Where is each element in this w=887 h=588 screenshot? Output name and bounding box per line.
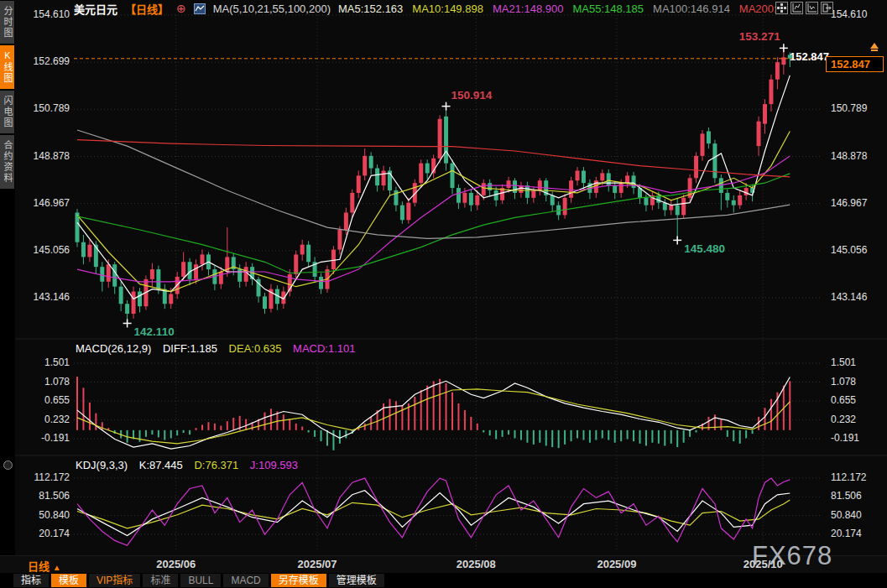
kdj-k-value: K:87.445 xyxy=(139,459,183,471)
ma-legend-value: MA200: xyxy=(739,3,777,15)
kdj-panel-header: KDJ(9,3,3) K:87.445 D:76.371 J:109.593 xyxy=(76,459,306,471)
add-indicator-icon[interactable]: ⊕ xyxy=(176,3,186,14)
macd-diff-line xyxy=(77,377,790,450)
toolbar-tab-MACD[interactable]: MACD xyxy=(223,574,268,587)
price-axis-tick-left: 152.699 xyxy=(20,55,70,67)
price-axis-tick-right: 148.878 xyxy=(831,150,867,162)
price-annotation: 142.110 xyxy=(134,325,175,338)
macd-axis-tick-right: 1.078 xyxy=(831,376,856,388)
price-axis-tick-left: 148.878 xyxy=(20,150,70,162)
price-axis-tick-right: 145.056 xyxy=(831,244,867,256)
chart-type-icon[interactable] xyxy=(194,3,206,14)
price-annotation: 145.480 xyxy=(684,242,725,255)
kdj-j-line xyxy=(77,478,790,545)
macd-axis-tick-left: 1.501 xyxy=(20,356,70,368)
kdj-axis-tick-right: 50.840 xyxy=(831,509,862,521)
axis-zoom-in-icon[interactable] xyxy=(790,2,803,14)
period-selector[interactable]: 【日线】 xyxy=(125,1,169,17)
kdj-header-label: KDJ(9,3,3) xyxy=(76,459,128,471)
toolbar-tab-VIP指标[interactable]: VIP指标 xyxy=(89,574,140,587)
macd-header-label: MACD(26,12,9) xyxy=(76,342,151,355)
price-axis-tick-right: 143.146 xyxy=(831,291,867,303)
ma-legend: MA5:152.163MA10:149.898MA21:148.900MA55:… xyxy=(338,3,777,15)
panel-settings-icon[interactable] xyxy=(3,461,13,470)
toolbar-tab-指标[interactable]: 指标 xyxy=(13,574,49,587)
macd-panel-header: MACD(26,12,9) DIFF:1.185 DEA:0.635 MACD:… xyxy=(76,342,364,355)
toolbar-tab-标准[interactable]: 标准 xyxy=(143,574,178,587)
ma-header: MA(5,10,21,55,100,200) xyxy=(213,3,331,15)
toolbar-tab-另存模板[interactable]: 另存模板 xyxy=(271,574,326,587)
kdj-j-value: J:109.593 xyxy=(250,459,298,471)
period-dropdown-label: 日线 xyxy=(28,560,50,573)
price-axis-tick-left: 145.056 xyxy=(20,244,70,256)
date-label: 2025/06 xyxy=(143,558,210,570)
ma-legend-value: MA100:146.914 xyxy=(653,3,730,15)
move-icon[interactable] xyxy=(775,2,788,14)
price-axis-tick-right: 150.789 xyxy=(831,102,867,114)
ma-line-MA100 xyxy=(77,130,790,238)
current-price-ghost-label: 152.847 xyxy=(790,50,829,63)
price-axis-tick-left: 143.146 xyxy=(20,291,70,303)
current-price-label: 152.847 xyxy=(826,56,884,72)
price-pin-icon[interactable] xyxy=(869,42,880,57)
toolbar-tab-管理模板[interactable]: 管理模板 xyxy=(329,574,384,587)
ma-line-MA10 xyxy=(77,132,790,292)
toolbar-tab-BULL[interactable]: BULL xyxy=(180,574,221,587)
bottom-toolbar: 指标模板VIP指标标准BULLMACD另存模板管理模板 xyxy=(0,573,887,588)
ma-line-MA5 xyxy=(77,75,790,299)
toolbar-tab-模板[interactable]: 模板 xyxy=(51,574,86,587)
date-label: 2025/08 xyxy=(442,558,509,570)
kdj-axis-tick-left: 81.506 xyxy=(20,490,70,502)
date-label: 2025/09 xyxy=(583,558,650,570)
chart-canvas[interactable] xyxy=(0,0,887,588)
macd-axis-tick-left: 0.655 xyxy=(20,394,70,406)
price-axis-tick-left: 146.967 xyxy=(20,197,70,209)
macd-axis-tick-left: 1.078 xyxy=(20,376,70,388)
axis-zoom-out-icon[interactable] xyxy=(806,2,818,14)
macd-layer xyxy=(76,377,790,450)
macd-dea-value: DEA:0.635 xyxy=(229,342,282,355)
ma-line-MA200 xyxy=(77,140,790,177)
price-axis-tick-left: 150.789 xyxy=(20,102,70,114)
ma-legend-value: MA55:148.185 xyxy=(572,3,644,15)
macd-axis-tick-right: 1.501 xyxy=(831,356,856,368)
ma-lines-layer xyxy=(77,75,790,299)
ma-legend-value: MA21:148.900 xyxy=(493,3,564,15)
period-dropdown[interactable]: 日线 ▲ xyxy=(28,558,61,574)
sidebar-tab-K线图[interactable]: K线图 xyxy=(0,45,14,89)
macd-axis-tick-left: -0.191 xyxy=(20,432,70,444)
ma-line-MA21 xyxy=(77,156,790,282)
kdj-k-line xyxy=(77,491,790,536)
price-annotation: 150.914 xyxy=(451,89,493,101)
macd-axis-tick-right: 0.232 xyxy=(831,414,856,425)
candles-layer xyxy=(76,48,792,323)
sidebar-tab-闪电图[interactable]: 闪电图 xyxy=(0,91,14,133)
trading-app: 美元日元 【日线】 ⊕ MA(5,10,21,55,100,200) MA5:1… xyxy=(0,0,887,588)
symbol-title: 美元日元 xyxy=(74,1,117,17)
period-dropdown-arrow-icon: ▲ xyxy=(53,563,61,572)
kdj-axis-tick-right: 20.174 xyxy=(831,528,862,539)
topbar-icons xyxy=(775,2,833,14)
gridlines xyxy=(74,15,821,552)
watermark: FX678 xyxy=(752,541,832,571)
sidebar-tab-分时图[interactable]: 分时图 xyxy=(0,1,14,44)
kdj-layer xyxy=(77,478,790,545)
kdj-axis-tick-left: 20.174 xyxy=(20,528,70,539)
ma-legend-value: MA5:152.163 xyxy=(338,3,403,15)
left-sidebar: 分时图K线图闪电图合约资料 xyxy=(0,0,15,555)
price-annotation: 153.271 xyxy=(739,30,780,43)
kdj-axis-tick-left: 112.172 xyxy=(20,471,70,483)
exit-fullscreen-icon[interactable] xyxy=(821,2,833,14)
kdj-axis-tick-right: 112.172 xyxy=(831,471,867,483)
macd-axis-tick-right: 0.655 xyxy=(831,394,856,406)
sidebar-tab-合约资料[interactable]: 合约资料 xyxy=(0,135,14,189)
date-label: 2025/07 xyxy=(284,558,351,570)
kdj-axis-tick-right: 81.506 xyxy=(831,490,862,502)
ma-legend-value: MA10:149.898 xyxy=(412,3,483,15)
macd-axis-tick-right: -0.191 xyxy=(831,432,859,444)
ma-line-MA55 xyxy=(77,174,790,273)
kdj-d-value: D:76.371 xyxy=(194,459,238,471)
macd-dea-line xyxy=(77,389,790,444)
macd-axis-tick-left: 0.232 xyxy=(20,414,70,425)
kdj-axis-tick-left: 50.840 xyxy=(20,509,70,521)
